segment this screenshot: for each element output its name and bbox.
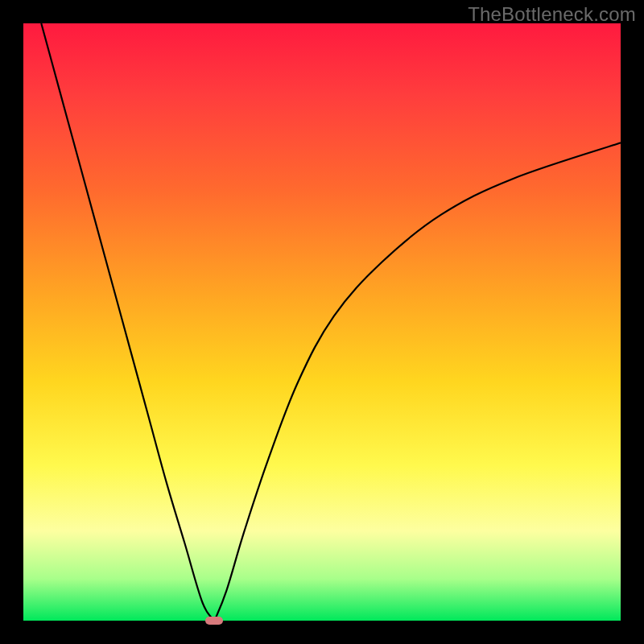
curve-left-branch [41,23,214,621]
chart-frame: TheBottleneck.com [0,0,644,644]
bottleneck-curve [23,23,621,621]
plot-area [23,23,621,621]
watermark-text: TheBottleneck.com [468,3,636,26]
optimal-marker [205,617,223,625]
curve-right-branch [214,142,621,621]
